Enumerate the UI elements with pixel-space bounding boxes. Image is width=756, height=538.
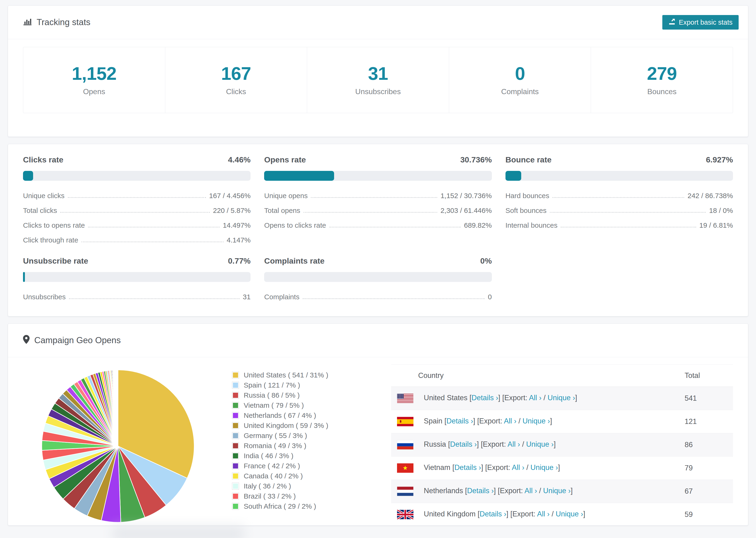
rates-card: Clicks rate 4.46% Unique clicks 167 / 4.… [8,144,748,316]
legend-swatch-icon [232,452,239,459]
rate-row-total-clicks: Total clicks 220 / 5.87% [23,206,250,215]
rate-row-clicks-to-opens-rate: Clicks to opens rate 14.497% [23,221,250,230]
export-all-link-united-states[interactable]: All › [529,394,541,402]
details-link-russia[interactable]: Details › [450,440,477,448]
export-icon [669,18,675,27]
details-link-vietnam[interactable]: Details › [454,463,481,471]
tracking-stats-title-text: Tracking stats [37,17,90,27]
rate-value-opens-rate: 30.736% [460,155,492,164]
page-shadow-smudge [113,526,244,538]
dashboard-viewport: Tracking stats Export basic stats 1,152 … [0,0,756,538]
flag-gb-icon [397,510,413,519]
legend-item-india[interactable]: India ( 46 / 3% ) [232,451,354,461]
stat-label-opens: Opens [83,87,105,96]
country-name: United Kingdom [424,510,476,518]
rate-value-clicks-rate: 4.46% [228,155,250,164]
dotted-leader [60,212,210,213]
country-name: Vietnam [424,463,450,471]
stat-box-bounces: 279 Bounces [591,47,733,113]
export-unique-link-spain[interactable]: Unique › [522,417,550,425]
export-all-link-united-kingdom[interactable]: All › [537,510,550,518]
stat-label-complaints: Complaints [501,87,539,96]
geo-table-wrap: Country Total United States [Details ›] … [391,364,733,525]
export-unique-link-united-kingdom[interactable]: Unique › [556,510,583,518]
geo-table-row-russia: Russia [Details ›] [Export: All › / Uniq… [391,433,733,457]
rate-block-unsubscribe-rate: Unsubscribe rate 0.77% Unsubscribes 31 [23,256,250,301]
geo-opens-header: Campaign Geo Opens [8,324,748,357]
rate-title-opens-rate: Opens rate [264,155,306,164]
legend-swatch-icon [232,412,239,419]
legend-item-south-africa[interactable]: South Africa ( 29 / 2% ) [232,501,354,511]
stat-value-clicks: 167 [221,64,251,82]
stat-box-complaints: 0 Complaints [449,47,591,113]
flag-es-icon [397,417,413,426]
country-total: 86 [684,433,733,457]
progress-bar-unsubscribe-rate [23,272,250,282]
rate-row-hard-bounces: Hard bounces 242 / 86.738% [506,191,733,200]
export-all-link-vietnam[interactable]: All › [512,463,524,471]
stat-value-opens: 1,152 [72,64,117,82]
export-unique-link-russia[interactable]: Unique › [526,440,554,448]
export-unique-link-netherlands[interactable]: Unique › [543,487,570,495]
rate-block-clicks-rate: Clicks rate 4.46% Unique clicks 167 / 4.… [23,155,250,244]
export-all-link-russia[interactable]: All › [508,440,520,448]
export-all-link-netherlands[interactable]: All › [524,487,537,495]
dotted-leader [561,227,696,228]
geo-legend: United States ( 541 / 31% ) Spain ( 121 … [232,370,354,511]
legend-swatch-icon [232,432,239,439]
progress-fill [506,171,521,181]
legend-item-united-kingdom[interactable]: United Kingdom ( 59 / 3% ) [232,420,354,430]
details-link-spain[interactable]: Details › [447,417,473,425]
flag-nl-icon [397,487,413,496]
stat-value-complaints: 0 [515,64,525,82]
geo-pie-chart[interactable] [40,357,204,525]
dotted-leader [69,298,240,299]
details-link-united-states[interactable]: Details › [471,394,498,402]
geo-opens-title-text: Campaign Geo Opens [34,336,121,345]
export-all-link-spain[interactable]: All › [504,417,516,425]
progress-bar-opens-rate [264,171,492,181]
stat-value-unsubscribes: 31 [368,64,388,82]
country-total: 59 [684,503,733,526]
details-link-netherlands[interactable]: Details › [467,487,494,495]
legend-item-vietnam[interactable]: Vietnam ( 79 / 5% ) [232,400,354,410]
legend-item-romania[interactable]: Romania ( 49 / 3% ) [232,441,354,451]
export-unique-link-vietnam[interactable]: Unique › [530,463,558,471]
rate-row-unique-opens: Unique opens 1,152 / 30.736% [264,191,492,200]
flag-us-icon [397,394,413,403]
legend-item-canada[interactable]: Canada ( 40 / 2% ) [232,471,354,481]
legend-item-russia[interactable]: Russia ( 86 / 5% ) [232,390,354,400]
country-name: United States [424,394,467,402]
legend-swatch-icon [232,372,239,379]
country-total: 67 [684,480,733,503]
legend-item-france[interactable]: France ( 42 / 2% ) [232,461,354,471]
geo-table-row-spain: Spain [Details ›] [Export: All › / Uniqu… [391,410,733,433]
tracking-stats-header: Tracking stats Export basic stats [8,6,748,39]
legend-swatch-icon [232,382,239,389]
legend-item-netherlands[interactable]: Netherlands ( 67 / 4% ) [232,410,354,420]
legend-swatch-icon [232,442,239,449]
country-name: Russia [424,440,446,448]
export-unique-link-united-states[interactable]: Unique › [548,394,575,402]
legend-item-italy[interactable]: Italy ( 36 / 2% ) [232,481,354,491]
dotted-leader [311,197,437,198]
dotted-leader [303,298,485,299]
rate-title-unsubscribe-rate: Unsubscribe rate [23,256,88,265]
legend-item-spain[interactable]: Spain ( 121 / 7% ) [232,380,354,390]
bar-chart-icon [23,17,32,28]
legend-item-germany[interactable]: Germany ( 55 / 3% ) [232,430,354,441]
rate-row-unique-clicks: Unique clicks 167 / 4.456% [23,191,250,200]
stat-value-bounces: 279 [647,64,677,82]
legend-item-united-states[interactable]: United States ( 541 / 31% ) [232,370,354,380]
progress-fill [264,171,334,181]
legend-item-brazil[interactable]: Brazil ( 33 / 2% ) [232,491,354,501]
legend-swatch-icon [232,422,239,429]
legend-swatch-icon [232,392,239,399]
details-link-united-kingdom[interactable]: Details › [480,510,507,518]
export-basic-stats-button[interactable]: Export basic stats [662,15,739,29]
stat-box-clicks: 167 Clicks [165,47,307,113]
geo-table-header-row: Country Total [391,364,733,387]
dotted-leader [550,212,706,213]
legend-swatch-icon [232,503,239,510]
column-header-country: Country [391,364,684,387]
